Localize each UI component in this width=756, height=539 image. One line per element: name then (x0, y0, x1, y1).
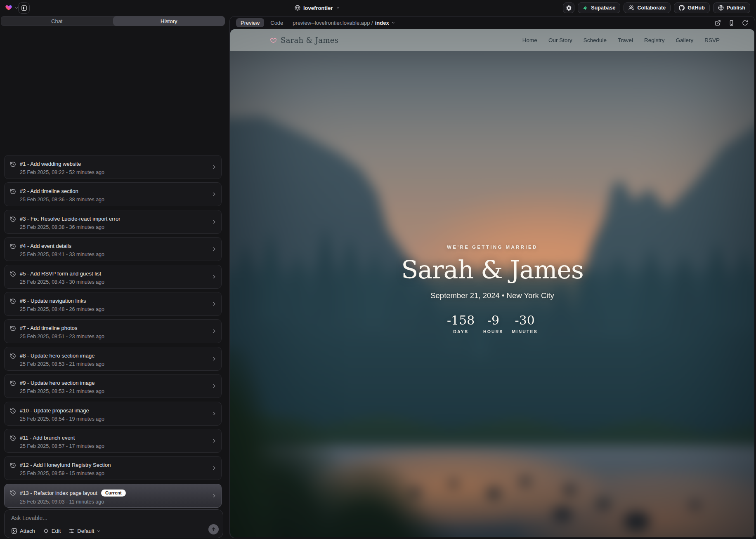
site-nav-link[interactable]: Registry (644, 37, 665, 43)
settings-button[interactable] (563, 2, 574, 13)
chevron-right-icon[interactable] (211, 438, 217, 444)
site-viewport: Sarah & James Home Our Story Schedule Tr… (230, 29, 754, 537)
history-item[interactable]: #11 - Add brunch event 25 Feb 2025, 08:5… (4, 429, 222, 453)
site-nav-link[interactable]: RSVP (704, 37, 720, 43)
history-item-title: #3 - Fix: Resolve Lucide-react import er… (20, 216, 120, 222)
chevron-right-icon[interactable] (211, 301, 217, 307)
history-item-title: #4 - Add event details (20, 243, 71, 249)
send-button[interactable] (208, 524, 219, 534)
history-item-text: #7 - Add timeline photos 25 Feb 2025, 08… (20, 325, 104, 339)
lovable-logo-menu[interactable] (5, 4, 19, 11)
supabase-icon (583, 5, 588, 11)
history-item[interactable]: #5 - Add RSVP form and guest list 25 Feb… (4, 265, 222, 289)
mode-select[interactable]: Default (69, 528, 101, 534)
composer-input[interactable]: Ask Lovable... (11, 515, 217, 521)
preview-url-page: index (375, 20, 389, 26)
history-item-title: #10 - Update proposal image (20, 407, 89, 414)
open-external-icon[interactable] (715, 20, 721, 26)
history-item-timestamp: 25 Feb 2025, 08:36 - 38 minutes ago (20, 197, 104, 202)
history-item-text: #1 - Add wedding website 25 Feb 2025, 08… (20, 161, 104, 175)
chevron-right-icon[interactable] (211, 274, 217, 280)
history-item-text: #5 - Add RSVP form and guest list 25 Feb… (20, 271, 104, 285)
project-switcher[interactable]: lovefrontier (295, 0, 340, 16)
preview-url[interactable]: preview--lovefrontier.lovable.app / inde… (293, 20, 395, 26)
history-item-title-row: #9 - Update hero section image (20, 380, 104, 386)
chevron-right-icon[interactable] (211, 219, 217, 225)
site-header: Sarah & James Home Our Story Schedule Tr… (230, 29, 754, 51)
history-icon (10, 161, 16, 167)
chevron-right-icon[interactable] (211, 191, 217, 197)
refresh-icon[interactable] (742, 20, 748, 26)
history-icon (10, 243, 16, 249)
history-item[interactable]: #8 - Update hero section image 25 Feb 20… (4, 347, 222, 371)
users-icon (628, 5, 634, 11)
history-item-text: #6 - Update navigation links 25 Feb 2025… (20, 298, 104, 312)
chevron-right-icon[interactable] (211, 356, 217, 362)
site-nav-link[interactable]: Schedule (584, 37, 607, 43)
supabase-button[interactable]: Supabase (578, 2, 620, 13)
chat-composer[interactable]: Ask Lovable... Attach Edit Default (4, 509, 223, 538)
history-item-title: #13 - Refactor index page layout (20, 490, 97, 496)
tab-code[interactable]: Code (270, 20, 283, 26)
site-nav-link[interactable]: Gallery (676, 37, 693, 43)
history-item-title: #2 - Add timeline section (20, 188, 78, 194)
history-item-title: #12 - Add Honeyfund Registry Section (20, 462, 111, 468)
history-item[interactable]: #12 - Add Honeyfund Registry Section 25 … (4, 456, 222, 480)
attach-button[interactable]: Attach (11, 528, 35, 534)
countdown: -158 DAYS -9 HOURS -30 MINUTES (447, 314, 538, 334)
history-icon (10, 216, 16, 222)
history-item[interactable]: #13 - Refactor index page layout Current… (4, 484, 222, 508)
composer-actions: Attach Edit Default (11, 528, 101, 534)
chevron-right-icon[interactable] (211, 328, 217, 334)
history-item-title-row: #10 - Update proposal image (20, 407, 104, 414)
tab-chat[interactable]: Chat (1, 16, 113, 26)
github-button[interactable]: GitHub (674, 2, 710, 13)
history-item-timestamp: 25 Feb 2025, 08:22 - 52 minutes ago (20, 169, 104, 175)
history-icon (10, 325, 16, 332)
history-item[interactable]: #1 - Add wedding website 25 Feb 2025, 08… (4, 155, 222, 179)
github-icon (679, 5, 685, 11)
history-icon (10, 490, 16, 496)
edit-button[interactable]: Edit (43, 528, 61, 534)
history-item-text: #2 - Add timeline section 25 Feb 2025, 0… (20, 188, 104, 202)
publish-button[interactable]: Publish (713, 2, 750, 13)
history-item[interactable]: #4 - Add event details 25 Feb 2025, 08:4… (4, 237, 222, 261)
globe-icon (295, 5, 300, 11)
site-nav-link[interactable]: Travel (618, 37, 633, 43)
history-icon (10, 435, 16, 441)
site-nav-link[interactable]: Our Story (548, 37, 572, 43)
collaborate-button[interactable]: Collaborate (624, 2, 671, 13)
history-item-title: #11 - Add brunch event (20, 435, 75, 441)
collaborate-label: Collaborate (637, 5, 666, 11)
countdown-label: HOURS (481, 329, 505, 334)
history-item-title: #1 - Add wedding website (20, 161, 81, 167)
history-item-timestamp: 25 Feb 2025, 08:53 - 21 minutes ago (20, 388, 104, 394)
history-item[interactable]: #3 - Fix: Resolve Lucide-react import er… (4, 210, 222, 234)
site-logo[interactable]: Sarah & James (270, 29, 338, 51)
history-item-title-row: #11 - Add brunch event (20, 435, 104, 441)
history-item[interactable]: #2 - Add timeline section 25 Feb 2025, 0… (4, 182, 222, 206)
history-item[interactable]: #9 - Update hero section image 25 Feb 20… (4, 374, 222, 398)
tab-preview[interactable]: Preview (236, 18, 264, 27)
chevron-right-icon[interactable] (211, 465, 217, 471)
chevron-right-icon[interactable] (211, 246, 217, 252)
globe-icon (718, 5, 724, 11)
site-nav-link[interactable]: Home (522, 37, 537, 43)
chevron-right-icon[interactable] (211, 383, 217, 389)
target-edit-icon (43, 528, 49, 534)
history-item-title-row: #13 - Refactor index page layout Current (20, 490, 126, 497)
mobile-view-icon[interactable] (728, 20, 735, 26)
chevron-right-icon[interactable] (211, 411, 217, 417)
toggle-sidebar-button[interactable] (18, 2, 30, 14)
tab-history[interactable]: History (113, 16, 225, 26)
heart-outline-icon (270, 37, 277, 44)
chevron-right-icon[interactable] (211, 493, 217, 499)
countdown-value: -158 (447, 314, 475, 327)
history-item[interactable]: #10 - Update proposal image 25 Feb 2025,… (4, 402, 222, 426)
history-item[interactable]: #7 - Add timeline photos 25 Feb 2025, 08… (4, 319, 222, 343)
history-item[interactable]: #6 - Update navigation links 25 Feb 2025… (4, 292, 222, 316)
history-item-timestamp: 25 Feb 2025, 09:03 - 11 minutes ago (20, 499, 126, 505)
countdown-unit: -158 DAYS (447, 314, 475, 334)
history-item-text: #12 - Add Honeyfund Registry Section 25 … (20, 462, 111, 476)
chevron-right-icon[interactable] (211, 164, 217, 170)
